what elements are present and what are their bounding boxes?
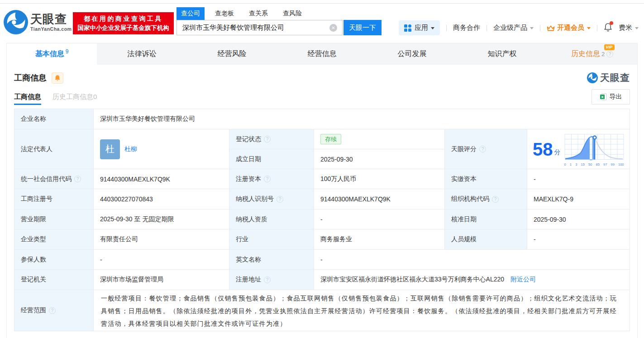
- field-label-legal-rep: 法定代表人: [14, 129, 94, 169]
- field-label-reg-status: 登记状态?: [229, 129, 314, 149]
- tianyancha-logo[interactable]: 天眼查 TianYanCha.com: [4, 10, 72, 34]
- field-value-reg-address: 深圳市宝安区福永街道怀德社区福永大道33号万利商务中心AL220 附近公司: [314, 270, 630, 290]
- field-label-reg-address: 注册地址?: [229, 270, 314, 290]
- field-label-industry: 行业: [229, 229, 314, 250]
- bell-icon: [54, 75, 61, 81]
- subscribe-bell-button[interactable]: [52, 72, 63, 84]
- field-value-reg-status: 存续: [314, 129, 445, 149]
- tab-count: 9: [66, 48, 69, 55]
- notifications-bell[interactable]: [604, 23, 612, 33]
- business-coop-link[interactable]: 商务合作: [453, 24, 480, 32]
- field-label-text: 天眼评分: [451, 145, 477, 153]
- help-icon[interactable]: ?: [49, 307, 56, 314]
- field-label-tyc-score: 天眼评分?: [445, 129, 527, 169]
- search-tabs: 查公司 查老板 查关系 查风险: [177, 7, 382, 20]
- watermark-text: 天眼查: [600, 71, 630, 84]
- apps-menu[interactable]: 应用: [399, 20, 440, 35]
- header-nav: 应用 商务合作 企业级产品 开通会员 费米: [399, 20, 639, 35]
- field-value-reg-capital: 100万人民币: [314, 169, 445, 189]
- main-container: 基本信息 9 法律诉讼 经营风险 经营信息 公司发展 知识产权 历史信息 2 ?…: [6, 43, 638, 338]
- help-icon[interactable]: ?: [492, 196, 499, 203]
- tab-label: 知识产权: [488, 49, 517, 59]
- help-icon[interactable]: ?: [479, 146, 486, 152]
- tab-label: 经营风险: [218, 49, 247, 59]
- help-icon[interactable]: ?: [264, 136, 271, 143]
- enterprise-product-menu[interactable]: 企业级产品: [493, 24, 534, 32]
- tab-history-info[interactable]: 历史信息 2 ? VIP: [547, 43, 637, 65]
- score-distribution-chart[interactable]: 0131550859799100: [564, 134, 624, 167]
- tab-legal-proceedings[interactable]: 法律诉讼: [97, 43, 187, 65]
- field-value-legal-rep: 杜 杜柳: [94, 129, 229, 169]
- help-icon[interactable]: ?: [264, 276, 271, 283]
- field-value-insured-count: -: [94, 250, 229, 270]
- tab-intellectual-property[interactable]: 知识产权: [457, 43, 547, 65]
- tab-label: 法律诉讼: [128, 49, 157, 59]
- field-value-tyc-score: 58 分: [527, 129, 630, 169]
- site-header: 天眼查 TianYanCha.com 都在用的商业查询工具 国家中小企业发展子基…: [0, 4, 644, 43]
- field-value-company-name: 深圳市玉华美好餐饮管理有限公司: [94, 109, 630, 129]
- user-menu[interactable]: 费米: [619, 24, 639, 32]
- subtab-business-info[interactable]: 工商信息: [14, 85, 41, 109]
- search-tab-boss[interactable]: 查老板: [210, 7, 239, 20]
- field-label-org-code: 组织机构代码?: [445, 189, 527, 209]
- field-value-reg-number: 440300227070843: [94, 189, 229, 209]
- field-label-insured-count: 参保人数: [14, 250, 94, 270]
- brand-name: 天眼查: [30, 13, 72, 25]
- legal-rep-name-link[interactable]: 杜柳: [124, 145, 137, 153]
- tab-label: 历史信息: [571, 49, 600, 59]
- help-icon[interactable]: ?: [277, 196, 283, 203]
- help-icon[interactable]: ?: [264, 176, 271, 182]
- search-tab-risk[interactable]: 查风险: [278, 7, 306, 20]
- field-value-english-name: -: [314, 250, 630, 270]
- field-value-industry: 商务服务业: [314, 229, 445, 250]
- field-label-text: 组织机构代码: [451, 195, 489, 203]
- field-value-org-code: MAEXLK7Q-9: [527, 189, 630, 209]
- tab-basic-info[interactable]: 基本信息 9: [7, 43, 97, 65]
- top-strip: [0, 0, 644, 4]
- subtab-history-business-info[interactable]: 历史工商信息0: [52, 85, 97, 109]
- business-info-table: 企业名称 深圳市玉华美好餐饮管理有限公司 法定代表人 杜 杜柳 登记状态? 存续…: [14, 109, 630, 331]
- enterprise-product-label: 企业级产品: [493, 24, 527, 32]
- field-label-taxpayer-id: 纳税人识别号?: [229, 189, 314, 209]
- divider: [446, 25, 447, 31]
- tab-operation-info[interactable]: 经营信息: [277, 43, 367, 65]
- nearby-companies-link[interactable]: 附近公司: [510, 276, 536, 284]
- tab-operation-risk[interactable]: 经营风险: [187, 43, 277, 65]
- brand-domain: TianYanCha.com: [30, 26, 72, 32]
- export-button[interactable]: X 导出: [592, 89, 630, 105]
- score-chart-axis: 0131550859799100: [564, 162, 624, 167]
- apps-grid-icon: [404, 24, 411, 32]
- tab-label: 经营信息: [308, 49, 337, 59]
- caret-down-icon: [635, 27, 639, 31]
- field-value-staff-size: -: [527, 229, 630, 250]
- tianyancha-watermark: 天眼查: [587, 71, 630, 84]
- vip-member-menu[interactable]: 开通会员: [547, 24, 591, 32]
- clear-search-icon[interactable]: ✕: [329, 24, 337, 32]
- field-value-establish-date: 2025-09-30: [314, 149, 445, 169]
- tab-label: 公司发展: [398, 49, 427, 59]
- help-icon[interactable]: ?: [74, 176, 81, 182]
- field-value-approval-date: 2025-09-30: [527, 209, 630, 229]
- slogan-line1: 都在用的商业查询工具: [73, 14, 174, 24]
- search-button[interactable]: 天眼一下: [343, 20, 382, 35]
- field-value-paid-capital: -: [527, 169, 630, 189]
- search-tab-company[interactable]: 查公司: [177, 7, 205, 20]
- field-label-company-name: 企业名称: [14, 109, 94, 129]
- search-tab-relation[interactable]: 查关系: [244, 7, 272, 20]
- field-value-taxpayer-id: 91440300MAEXLK7Q9K: [314, 189, 445, 209]
- field-label-text: 登记状态: [236, 135, 261, 143]
- tianyancha-logo-icon: [4, 10, 28, 34]
- legal-rep-avatar[interactable]: 杜: [100, 139, 120, 159]
- field-label-text: 经营范围: [21, 306, 46, 314]
- tab-label: 基本信息: [35, 49, 64, 59]
- field-value-business-term: 2025-09-30 至 无固定期限: [94, 209, 229, 229]
- svg-text:X: X: [601, 95, 604, 99]
- search-input[interactable]: 深圳市玉华美好餐饮管理有限公司: [177, 20, 343, 35]
- company-nav-tabs: 基本信息 9 法律诉讼 经营风险 经营信息 公司发展 知识产权 历史信息 2 ?…: [7, 43, 637, 65]
- divider: [597, 25, 597, 31]
- help-icon[interactable]: ?: [606, 51, 613, 57]
- field-label-company-type: 企业类型: [14, 229, 94, 250]
- field-label-staff-size: 人员规模: [445, 229, 527, 250]
- field-label-text: 注册资本: [236, 175, 261, 183]
- tab-company-development[interactable]: 公司发展: [367, 43, 457, 65]
